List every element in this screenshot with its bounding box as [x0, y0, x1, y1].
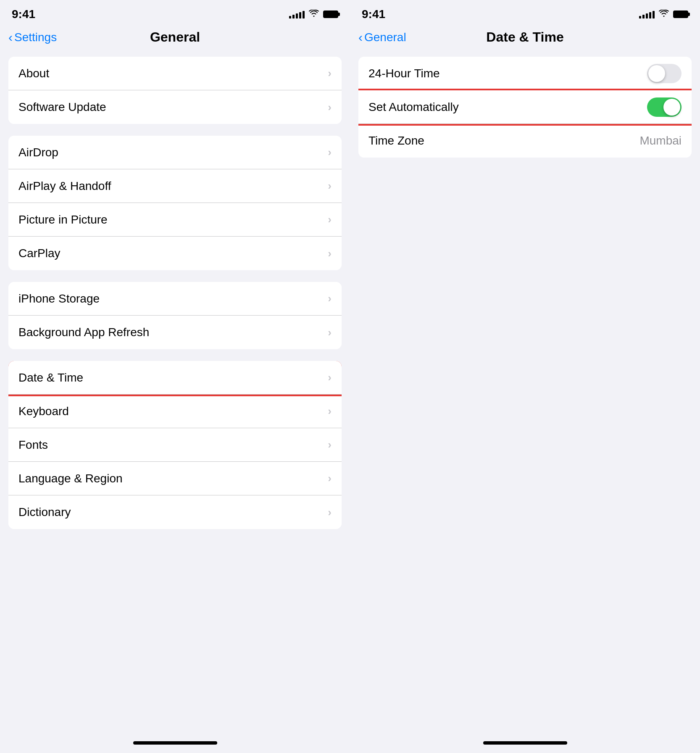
settings-row-picture-in-picture[interactable]: Picture in Picture › — [8, 203, 342, 237]
back-button-right[interactable]: ‹ General — [358, 30, 406, 45]
home-indicator-left — [133, 741, 217, 745]
settings-row-carplay[interactable]: CarPlay › — [8, 237, 342, 270]
settings-row-about[interactable]: About › — [8, 57, 342, 90]
status-icons-left — [289, 9, 338, 20]
back-chevron-right: ‹ — [358, 30, 363, 45]
wifi-icon-right — [659, 9, 669, 20]
nav-header-left: ‹ Settings General — [0, 24, 350, 50]
toggle-knob-set-automatically — [663, 99, 680, 116]
chevron-icon: › — [328, 326, 332, 339]
time-zone-value: Mumbai — [639, 134, 682, 147]
page-title-right: Date & Time — [486, 29, 563, 45]
battery-icon — [323, 11, 338, 18]
settings-row-time-zone[interactable]: Time Zone Mumbai — [358, 124, 692, 158]
page-title-left: General — [150, 29, 200, 45]
settings-row-keyboard[interactable]: Keyboard › — [8, 395, 342, 428]
toggle-knob-24hour — [648, 65, 665, 82]
settings-group-1: About › Software Update › — [8, 57, 342, 124]
settings-row-24hour[interactable]: 24-Hour Time — [358, 57, 692, 90]
chevron-icon: › — [328, 506, 332, 519]
settings-row-software-update[interactable]: Software Update › — [8, 90, 342, 124]
settings-list-right: 24-Hour Time Set Automatically Time Zone… — [350, 50, 700, 741]
back-label-left: Settings — [14, 31, 57, 44]
toggle-24hour[interactable] — [647, 64, 682, 83]
left-panel: 9:41 ‹ Settings — [0, 0, 350, 753]
status-bar-right: 9:41 — [350, 0, 700, 23]
settings-row-iphone-storage[interactable]: iPhone Storage › — [8, 282, 342, 316]
home-indicator-right — [483, 741, 567, 745]
settings-row-language-region[interactable]: Language & Region › — [8, 462, 342, 495]
settings-row-background-app-refresh[interactable]: Background App Refresh › — [8, 316, 342, 349]
settings-group-4: Date & Time › Keyboard › Fonts › Languag… — [8, 361, 342, 529]
back-label-right: General — [364, 31, 406, 44]
settings-row-airdrop[interactable]: AirDrop › — [8, 136, 342, 169]
chevron-icon: › — [328, 438, 332, 451]
datetime-group-1: 24-Hour Time Set Automatically Time Zone… — [358, 57, 692, 158]
back-chevron-left: ‹ — [8, 30, 13, 45]
status-bar-left: 9:41 — [0, 0, 350, 23]
nav-header-right: ‹ General Date & Time — [350, 24, 700, 50]
chevron-icon: › — [328, 472, 332, 485]
chevron-icon: › — [328, 371, 332, 384]
settings-row-airplay-handoff[interactable]: AirPlay & Handoff › — [8, 169, 342, 203]
status-time-left: 9:41 — [12, 8, 35, 21]
chevron-icon: › — [328, 67, 332, 80]
chevron-icon: › — [328, 179, 332, 192]
settings-group-3: iPhone Storage › Background App Refresh … — [8, 282, 342, 349]
signal-icon-right — [639, 10, 655, 18]
chevron-icon: › — [328, 101, 332, 114]
status-icons-right — [639, 9, 688, 20]
signal-icon — [289, 10, 305, 18]
status-time-right: 9:41 — [362, 8, 385, 21]
settings-row-dictionary[interactable]: Dictionary › — [8, 495, 342, 529]
battery-icon-right — [673, 11, 688, 18]
wifi-icon — [309, 9, 319, 20]
settings-group-2: AirDrop › AirPlay & Handoff › Picture in… — [8, 136, 342, 270]
settings-row-date-time[interactable]: Date & Time › — [8, 361, 342, 395]
settings-row-set-automatically[interactable]: Set Automatically — [358, 90, 692, 124]
back-button-left[interactable]: ‹ Settings — [8, 30, 57, 45]
right-panel: 9:41 ‹ General — [350, 0, 700, 753]
settings-list-left: About › Software Update › AirDrop › — [0, 50, 350, 741]
chevron-icon: › — [328, 247, 332, 260]
chevron-icon: › — [328, 405, 332, 418]
chevron-icon: › — [328, 146, 332, 159]
toggle-set-automatically[interactable] — [647, 97, 682, 117]
chevron-icon: › — [328, 292, 332, 305]
chevron-icon: › — [328, 213, 332, 226]
settings-row-fonts[interactable]: Fonts › — [8, 428, 342, 462]
